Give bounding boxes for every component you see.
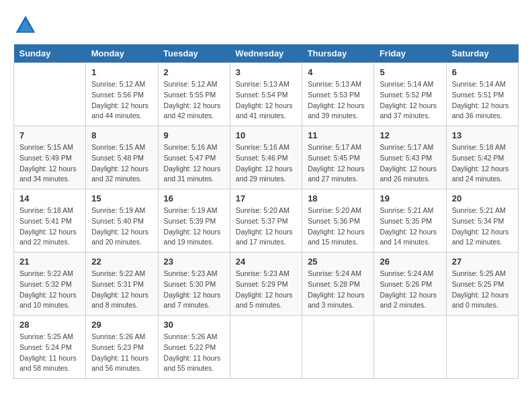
day-number: 5 [380,67,440,77]
day-info: Sunrise: 5:19 AMSunset: 5:40 PMDaylight:… [91,205,152,248]
day-info: Sunrise: 5:19 AMSunset: 5:39 PMDaylight:… [164,205,224,248]
calendar-cell: 12 Sunrise: 5:17 AMSunset: 5:43 PMDaylig… [374,126,446,189]
day-number: 6 [452,67,513,77]
header-thursday: Thursday [302,44,374,63]
calendar-cell: 9 Sunrise: 5:16 AMSunset: 5:47 PMDayligh… [158,126,230,189]
header-saturday: Saturday [446,44,518,63]
day-number: 19 [380,193,440,203]
calendar-cell [302,316,374,379]
day-number: 8 [91,130,152,140]
day-info: Sunrise: 5:23 AMSunset: 5:29 PMDaylight:… [236,269,296,311]
day-number: 23 [164,257,224,267]
day-info: Sunrise: 5:17 AMSunset: 5:45 PMDaylight:… [308,142,368,185]
day-info: Sunrise: 5:21 AMSunset: 5:35 PMDaylight:… [380,205,440,248]
calendar-cell: 24 Sunrise: 5:23 AMSunset: 5:29 PMDaylig… [230,253,302,316]
header-tuesday: Tuesday [158,44,230,63]
day-number: 13 [452,130,513,140]
day-number: 1 [91,67,152,77]
calendar-cell: 23 Sunrise: 5:23 AMSunset: 5:30 PMDaylig… [158,253,230,316]
day-number: 26 [380,257,440,267]
calendar-cell: 30 Sunrise: 5:26 AMSunset: 5:22 PMDaylig… [158,316,230,379]
calendar-cell: 26 Sunrise: 5:24 AMSunset: 5:26 PMDaylig… [374,253,446,316]
calendar-week-3: 21 Sunrise: 5:22 AMSunset: 5:32 PMDaylig… [14,253,519,316]
calendar-cell: 18 Sunrise: 5:20 AMSunset: 5:36 PMDaylig… [302,189,374,253]
day-info: Sunrise: 5:18 AMSunset: 5:42 PMDaylight:… [452,142,513,185]
header-wednesday: Wednesday [230,44,302,63]
day-number: 24 [236,257,296,267]
calendar-week-4: 28 Sunrise: 5:25 AMSunset: 5:24 PMDaylig… [14,316,519,379]
day-number: 20 [452,193,513,203]
calendar-cell: 10 Sunrise: 5:16 AMSunset: 5:46 PMDaylig… [230,126,302,189]
calendar-week-0: 1 Sunrise: 5:12 AMSunset: 5:56 PMDayligh… [14,63,519,126]
calendar-cell: 4 Sunrise: 5:13 AMSunset: 5:53 PMDayligh… [302,63,374,126]
calendar-cell: 1 Sunrise: 5:12 AMSunset: 5:56 PMDayligh… [86,63,158,126]
day-info: Sunrise: 5:22 AMSunset: 5:32 PMDaylight:… [19,269,80,311]
calendar-cell [14,63,86,126]
logo-icon [13,13,38,38]
day-info: Sunrise: 5:25 AMSunset: 5:25 PMDaylight:… [452,269,513,311]
calendar-cell: 22 Sunrise: 5:22 AMSunset: 5:31 PMDaylig… [86,253,158,316]
day-number: 27 [452,257,513,267]
day-info: Sunrise: 5:13 AMSunset: 5:53 PMDaylight:… [308,79,368,122]
day-number: 25 [308,257,368,267]
day-info: Sunrise: 5:26 AMSunset: 5:23 PMDaylight:… [91,332,152,374]
day-number: 28 [19,320,80,330]
day-number: 7 [19,130,80,140]
calendar-cell: 8 Sunrise: 5:15 AMSunset: 5:48 PMDayligh… [86,126,158,189]
day-info: Sunrise: 5:21 AMSunset: 5:34 PMDaylight:… [452,205,513,248]
day-info: Sunrise: 5:24 AMSunset: 5:26 PMDaylight:… [380,269,440,311]
calendar-cell: 11 Sunrise: 5:17 AMSunset: 5:45 PMDaylig… [302,126,374,189]
calendar-cell: 25 Sunrise: 5:24 AMSunset: 5:28 PMDaylig… [302,253,374,316]
day-number: 11 [308,130,368,140]
calendar-cell: 6 Sunrise: 5:14 AMSunset: 5:51 PMDayligh… [446,63,518,126]
header-friday: Friday [374,44,446,63]
day-info: Sunrise: 5:23 AMSunset: 5:30 PMDaylight:… [164,269,224,311]
day-info: Sunrise: 5:14 AMSunset: 5:52 PMDaylight:… [380,79,440,122]
day-info: Sunrise: 5:13 AMSunset: 5:54 PMDaylight:… [236,79,296,122]
calendar-week-1: 7 Sunrise: 5:15 AMSunset: 5:49 PMDayligh… [14,126,519,189]
header-sunday: Sunday [14,44,86,63]
day-info: Sunrise: 5:25 AMSunset: 5:24 PMDaylight:… [19,332,80,374]
calendar-cell: 13 Sunrise: 5:18 AMSunset: 5:42 PMDaylig… [446,126,518,189]
calendar-cell [230,316,302,379]
day-number: 16 [164,193,224,203]
day-info: Sunrise: 5:16 AMSunset: 5:46 PMDaylight:… [236,142,296,185]
day-info: Sunrise: 5:24 AMSunset: 5:28 PMDaylight:… [308,269,368,311]
day-info: Sunrise: 5:12 AMSunset: 5:55 PMDaylight:… [164,79,224,122]
calendar-cell: 20 Sunrise: 5:21 AMSunset: 5:34 PMDaylig… [446,189,518,253]
logo [13,13,42,38]
calendar-table: SundayMondayTuesdayWednesdayThursdayFrid… [13,44,519,379]
day-number: 2 [164,67,224,77]
calendar-cell: 29 Sunrise: 5:26 AMSunset: 5:23 PMDaylig… [86,316,158,379]
day-number: 29 [91,320,152,330]
calendar-cell: 7 Sunrise: 5:15 AMSunset: 5:49 PMDayligh… [14,126,86,189]
day-number: 22 [91,257,152,267]
day-number: 14 [19,193,80,203]
day-info: Sunrise: 5:15 AMSunset: 5:49 PMDaylight:… [19,142,80,185]
header-monday: Monday [86,44,158,63]
day-number: 18 [308,193,368,203]
day-info: Sunrise: 5:20 AMSunset: 5:37 PMDaylight:… [236,205,296,248]
day-info: Sunrise: 5:14 AMSunset: 5:51 PMDaylight:… [452,79,513,122]
day-number: 3 [236,67,296,77]
calendar-cell [374,316,446,379]
calendar-cell: 16 Sunrise: 5:19 AMSunset: 5:39 PMDaylig… [158,189,230,253]
calendar-cell: 14 Sunrise: 5:18 AMSunset: 5:41 PMDaylig… [14,189,86,253]
day-number: 10 [236,130,296,140]
calendar-cell: 5 Sunrise: 5:14 AMSunset: 5:52 PMDayligh… [374,63,446,126]
calendar-week-2: 14 Sunrise: 5:18 AMSunset: 5:41 PMDaylig… [14,189,519,253]
day-number: 15 [91,193,152,203]
day-info: Sunrise: 5:26 AMSunset: 5:22 PMDaylight:… [164,332,224,374]
day-info: Sunrise: 5:20 AMSunset: 5:36 PMDaylight:… [308,205,368,248]
day-number: 17 [236,193,296,203]
page-header [13,13,519,38]
day-number: 21 [19,257,80,267]
calendar-cell: 17 Sunrise: 5:20 AMSunset: 5:37 PMDaylig… [230,189,302,253]
day-info: Sunrise: 5:18 AMSunset: 5:41 PMDaylight:… [19,205,80,248]
calendar-cell [446,316,518,379]
calendar-header-row: SundayMondayTuesdayWednesdayThursdayFrid… [14,44,519,63]
day-number: 30 [164,320,224,330]
day-number: 12 [380,130,440,140]
day-info: Sunrise: 5:15 AMSunset: 5:48 PMDaylight:… [91,142,152,185]
day-info: Sunrise: 5:16 AMSunset: 5:47 PMDaylight:… [164,142,224,185]
